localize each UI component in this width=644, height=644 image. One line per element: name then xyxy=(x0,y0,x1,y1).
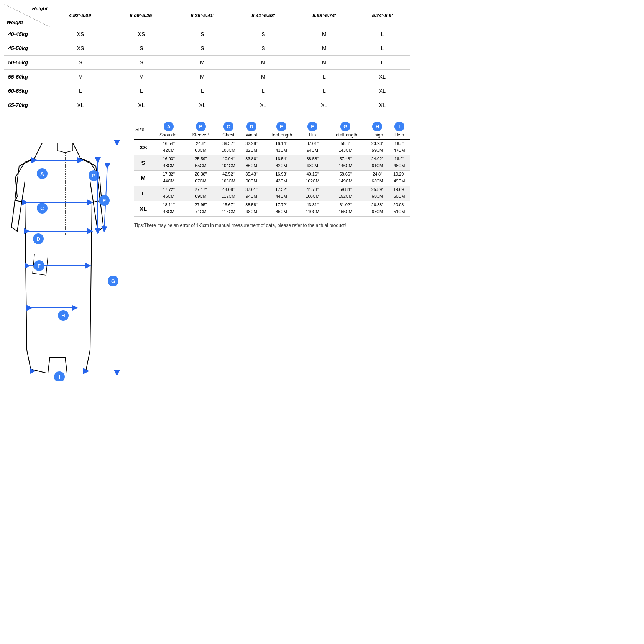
cm-cell: 63CM xyxy=(366,177,389,186)
weight-cell: 45-50kg xyxy=(4,41,50,56)
size-cell: S xyxy=(233,41,294,56)
col-header-A: A Shoulder xyxy=(152,120,185,140)
size-label-cell: L xyxy=(134,186,152,201)
inch-cell: 37.01" xyxy=(241,186,263,193)
cm-cell: 146CM xyxy=(325,162,366,171)
measurements-section: Size A Shoulder B SleeveB xyxy=(134,120,410,228)
cm-cell: 116CM xyxy=(216,208,240,217)
inch-cell: 43.31" xyxy=(301,201,325,209)
svg-text:H: H xyxy=(61,313,65,319)
size-chart-row: 40-45kgXSXSSSML xyxy=(4,27,410,41)
svg-text:D: D xyxy=(36,236,40,242)
cm-cell: 42CM xyxy=(152,147,185,155)
size-label-cell: XS xyxy=(134,140,152,155)
size-cell: M xyxy=(111,70,172,84)
inch-cell: 24.8" xyxy=(185,140,216,147)
size-cell: L xyxy=(355,41,410,56)
size-label-cell: M xyxy=(134,171,152,186)
svg-text:I: I xyxy=(59,374,60,380)
size-chart-row: 65-70kgXLXLXLXLXLXL xyxy=(4,98,410,112)
col-header-I: I Hem xyxy=(388,120,410,140)
col-header-C: C Chest xyxy=(216,120,240,140)
inch-cell: 26.38" xyxy=(366,201,389,209)
size-cell: XL xyxy=(355,70,410,84)
inch-cell: 18.11" xyxy=(152,201,185,209)
measurement-row-cm: 43CM65CM104CM86CM42CM98CM146CM61CM48CM xyxy=(134,162,410,171)
inch-cell: 20.08" xyxy=(388,201,410,209)
cm-cell: 65CM xyxy=(366,193,389,201)
cm-cell: 71CM xyxy=(185,208,216,217)
inch-cell: 16.93" xyxy=(262,171,300,178)
inch-cell: 40.94" xyxy=(216,155,240,163)
height-col-6: 5.74'-5.9' xyxy=(355,4,410,27)
inch-cell: 17.32" xyxy=(152,171,185,178)
size-cell: XS xyxy=(111,27,172,41)
size-cell: XL xyxy=(172,98,233,112)
size-chart-row: 55-60kgMMMMLXL xyxy=(4,70,410,84)
header-height-weight: Height Weight xyxy=(4,4,50,27)
size-cell: XL xyxy=(355,98,410,112)
size-cell: L xyxy=(294,84,355,98)
cm-cell: 47CM xyxy=(388,147,410,155)
cm-cell: 45CM xyxy=(262,208,300,217)
cm-cell: 98CM xyxy=(301,162,325,171)
size-cell: XL xyxy=(50,98,111,112)
inch-cell: 38.58" xyxy=(301,155,325,163)
cm-cell: 43CM xyxy=(152,162,185,171)
inch-cell: 19.29" xyxy=(388,171,410,178)
col-header-E: E TopLength xyxy=(262,120,300,140)
size-cell: XS xyxy=(50,41,111,56)
measurement-row-inches: S16.93"25.59"40.94"33.86"16.54"38.58"57.… xyxy=(134,155,410,163)
inch-cell: 25.59" xyxy=(185,155,216,163)
size-cell: S xyxy=(172,27,233,41)
height-col-1: 4.92'-5.09' xyxy=(50,4,111,27)
size-chart-row: 60-65kgLLLLLXL xyxy=(4,84,410,98)
measurement-row-inches: L17.72"27.17"44.09"37.01"17.32"41.73"59.… xyxy=(134,186,410,193)
inch-cell: 24.8" xyxy=(366,171,389,178)
inch-cell: 59.84" xyxy=(325,186,366,193)
size-cell: XL xyxy=(294,98,355,112)
height-col-2: 5.09'-5.25' xyxy=(111,4,172,27)
cm-cell: 67CM xyxy=(366,208,389,217)
weight-cell: 50-55kg xyxy=(4,56,50,70)
weight-label: Weight xyxy=(7,20,23,25)
cm-cell: 59CM xyxy=(366,147,389,155)
size-cell: XL xyxy=(111,98,172,112)
cm-cell: 98CM xyxy=(241,208,263,217)
size-cell: L xyxy=(355,56,410,70)
cm-cell: 152CM xyxy=(325,193,366,201)
inch-cell: 16.93" xyxy=(152,155,185,163)
size-cell: M xyxy=(294,56,355,70)
size-cell: M xyxy=(172,70,233,84)
svg-text:C: C xyxy=(40,205,44,211)
cm-cell: 94CM xyxy=(301,147,325,155)
measurement-row-cm: 45CM69CM112CM94CM44CM106CM152CM65CM50CM xyxy=(134,193,410,201)
inch-cell: 24.02" xyxy=(366,155,389,163)
inch-cell: 57.48" xyxy=(325,155,366,163)
inch-cell: 45.67" xyxy=(216,201,240,209)
height-col-5: 5.58'-5.74' xyxy=(294,4,355,27)
inch-cell: 27.17" xyxy=(185,186,216,193)
size-cell: S xyxy=(50,56,111,70)
measurement-row-cm: 44CM67CM108CM90CM43CM102CM149CM63CM49CM xyxy=(134,177,410,186)
inch-cell: 58.66" xyxy=(325,171,366,178)
inch-cell: 37.01" xyxy=(301,140,325,147)
cm-cell: 102CM xyxy=(301,177,325,186)
size-label-cell: S xyxy=(134,155,152,171)
cm-cell: 100CM xyxy=(216,147,240,155)
cm-cell: 48CM xyxy=(388,162,410,171)
cm-cell: 67CM xyxy=(185,177,216,186)
size-label-cell: XL xyxy=(134,201,152,217)
weight-cell: 65-70kg xyxy=(4,98,50,112)
inch-cell: 17.72" xyxy=(152,186,185,193)
inch-cell: 17.72" xyxy=(262,201,300,209)
size-cell: M xyxy=(294,27,355,41)
cm-cell: 112CM xyxy=(216,193,240,201)
cm-cell: 104CM xyxy=(216,162,240,171)
weight-cell: 60-65kg xyxy=(4,84,50,98)
col-header-G: G TotalLength xyxy=(325,120,366,140)
size-cell: M xyxy=(233,56,294,70)
inch-cell: 44.09" xyxy=(216,186,240,193)
size-col-header: Size xyxy=(134,120,152,140)
measurement-row-inches: M17.32"26.38"42.52"35.43"16.93"40.16"58.… xyxy=(134,171,410,178)
